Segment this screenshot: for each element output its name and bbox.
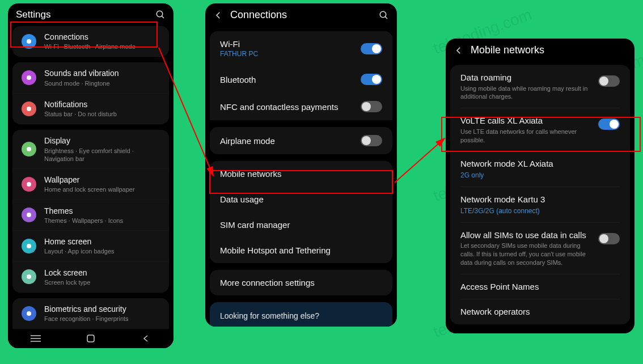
nav-recents-button[interactable] (24, 333, 47, 344)
conn-item-datausage[interactable]: Data usage (210, 187, 392, 212)
palette-icon (22, 208, 36, 222)
toggle-roaming[interactable] (598, 75, 620, 87)
item-subtitle: Brightness · Eye comfort shield · Naviga… (44, 147, 160, 163)
settings-item-lockscreen[interactable]: Lock screenScreen lock type (12, 262, 169, 293)
item-title: Sounds and vibration (44, 68, 160, 78)
item-subtitle: Home and lock screen wallpaper (44, 185, 160, 193)
search-icon[interactable] (379, 10, 389, 20)
svg-point-9 (27, 274, 31, 279)
svg-point-5 (27, 147, 31, 151)
nav-back-button[interactable] (134, 333, 157, 344)
item-title: Display (44, 136, 160, 146)
settings-item-biometrics[interactable]: Biometrics and securityFace recognition … (12, 298, 169, 329)
svg-point-4 (27, 107, 31, 111)
svg-point-10 (27, 311, 31, 316)
mobile-item-volte[interactable]: VoLTE calls XL AxiataUse LTE data networ… (450, 108, 630, 151)
settings-item-wallpaper[interactable]: WallpaperHome and lock screen wallpaper (12, 169, 169, 200)
item-title: Lock screen (44, 268, 160, 278)
search-icon[interactable] (155, 10, 166, 20)
svg-point-3 (27, 75, 31, 80)
item-title: Data usage (220, 194, 382, 204)
toggle-bluetooth[interactable] (361, 74, 382, 85)
settings-item-sounds[interactable]: Sounds and vibrationSound mode · Rington… (12, 62, 169, 93)
page-title: Connections (230, 9, 379, 21)
item-title: NFC and contactless payments (220, 102, 361, 112)
toggle-nfc[interactable] (361, 101, 382, 112)
item-subtitle: Status bar · Do not disturb (44, 110, 160, 118)
settings-item-display[interactable]: DisplayBrightness · Eye comfort shield ·… (12, 130, 169, 169)
mobile-item-roaming[interactable]: Data roamingUsing mobile data while roam… (450, 65, 630, 108)
item-title: Network operators (460, 306, 615, 318)
item-subtitle: Use LTE data networks for calls whenever… (460, 128, 594, 145)
item-title: Data roaming (460, 72, 594, 83)
item-subtitle: Wi-Fi · Bluetooth · Airplane mode (44, 43, 160, 50)
svg-point-8 (27, 244, 31, 248)
toggle-airplane[interactable] (361, 135, 382, 146)
item-title: More connection settings (220, 278, 382, 287)
item-subtitle: LTE/3G/2G (auto connect) (460, 206, 615, 215)
conn-item-bluetooth[interactable]: Bluetooth (210, 66, 392, 93)
nav-home-button[interactable] (79, 333, 102, 344)
header-mobile-networks: Mobile networks (446, 39, 634, 62)
item-title: Wi-Fi (220, 39, 361, 49)
mobile-item-allowsim[interactable]: Allow all SIMs to use data in callsLet s… (450, 223, 630, 274)
item-title: Allow all SIMs to use data in calls (460, 230, 594, 241)
back-icon[interactable] (213, 10, 223, 20)
item-title: Themes (44, 206, 160, 216)
svg-line-1 (162, 16, 164, 18)
item-title: Mobile Hotspot and Tethering (220, 246, 382, 255)
item-title: Biometrics and security (44, 304, 160, 314)
item-title: Mobile networks (220, 169, 382, 179)
item-title: Home screen (44, 236, 160, 247)
bell-icon (22, 101, 36, 116)
arrow-icon (392, 135, 449, 186)
conn-item-mobilenetworks[interactable]: Mobile networks (210, 161, 392, 187)
item-title: VoLTE calls XL Axiata (460, 115, 594, 126)
conn-item-wifi[interactable]: Wi-FiFATHUR PC (210, 31, 392, 66)
item-subtitle: Using mobile data while roaming may resu… (460, 84, 594, 101)
settings-item-themes[interactable]: ThemesThemes · Wallpapers · Icons (12, 200, 169, 231)
settings-item-notifications[interactable]: NotificationsStatus bar · Do not disturb (12, 94, 169, 124)
settings-item-connections[interactable]: ConnectionsWi-Fi · Bluetooth · Airplane … (12, 26, 169, 57)
toggle-allowsim[interactable] (598, 233, 620, 244)
mobile-item-netmodexl[interactable]: Network mode XL Axiata2G only (450, 151, 630, 187)
wifi-icon (22, 34, 36, 49)
toggle-wifi[interactable] (361, 43, 382, 54)
item-title: Bluetooth (220, 75, 361, 84)
looking-else-prompt[interactable]: Looking for something else? (210, 302, 392, 327)
item-title: Access Point Names (460, 281, 615, 293)
conn-item-nfc[interactable]: NFC and contactless payments (210, 93, 392, 120)
navbar (8, 329, 174, 348)
svg-point-0 (156, 11, 163, 17)
sun-icon (22, 142, 36, 156)
conn-item-airplane[interactable]: Airplane mode (210, 127, 392, 154)
conn-item-simcard[interactable]: SIM card manager (210, 212, 392, 238)
grid-icon (22, 239, 36, 253)
svg-point-6 (27, 182, 31, 187)
item-subtitle: Screen lock type (44, 278, 160, 286)
item-subtitle: Layout · App icon badges (44, 247, 160, 255)
svg-point-2 (27, 39, 31, 44)
shield-icon (22, 306, 36, 321)
conn-item-hotspot[interactable]: Mobile Hotspot and Tethering (210, 238, 392, 263)
conn-item-more[interactable]: More connection settings (210, 270, 392, 295)
item-title: Wallpaper (44, 175, 160, 185)
item-subtitle: Face recognition · Fingerprints (44, 315, 160, 323)
speaker-icon (22, 70, 36, 85)
mobile-item-apn[interactable]: Access Point Names (450, 274, 630, 299)
toggle-volte[interactable] (598, 118, 620, 130)
item-title: SIM card manager (220, 220, 382, 230)
item-subtitle: 2G only (460, 171, 615, 180)
item-subtitle: Themes · Wallpapers · Icons (44, 217, 160, 225)
phone-settings: Settings ConnectionsWi-Fi · Bluetooth · … (8, 3, 174, 348)
page-title: Mobile networks (471, 44, 627, 56)
svg-rect-15 (87, 335, 94, 342)
item-title: Network mode Kartu 3 (460, 194, 615, 205)
item-subtitle: Let secondary SIMs use mobile data durin… (460, 242, 594, 267)
mobile-item-operators[interactable]: Network operators (450, 299, 630, 324)
settings-item-homescreen[interactable]: Home screenLayout · App icon badges (12, 231, 169, 261)
lock-icon (22, 269, 36, 284)
back-icon[interactable] (454, 45, 464, 56)
header-connections: Connections (205, 3, 397, 27)
mobile-item-netmode3[interactable]: Network mode Kartu 3LTE/3G/2G (auto conn… (450, 187, 630, 222)
